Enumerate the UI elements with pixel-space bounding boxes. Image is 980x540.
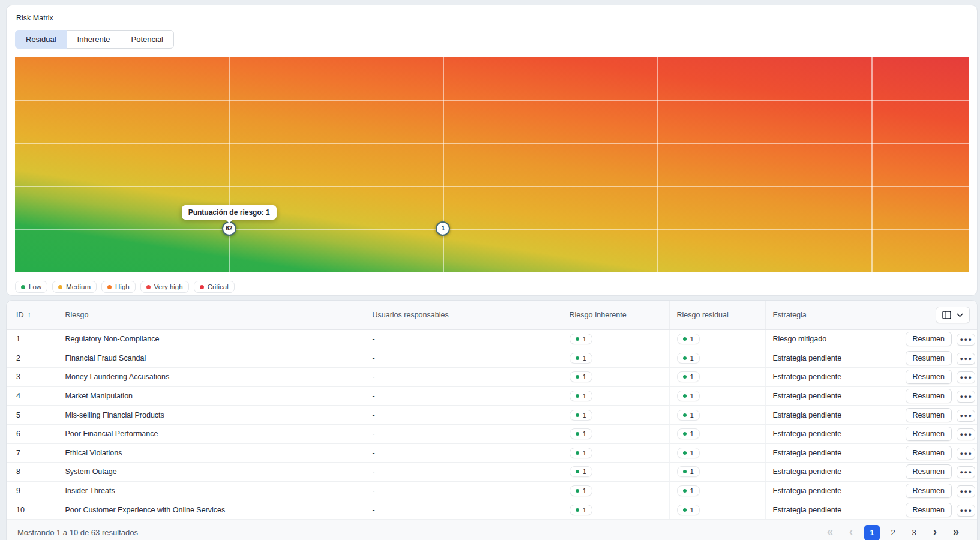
cell-inherente: 1 (562, 463, 669, 482)
green-dot-icon (683, 432, 687, 436)
cell-estrategia: Estrategia pendiente (765, 368, 898, 387)
page: Risk Matrix Residual Inherente Potencial… (0, 0, 980, 540)
cell-riesgo: Money Laundering Accusations (58, 368, 365, 387)
row-menu-button[interactable]: ●●● (957, 505, 975, 517)
risk-score-tooltip: Puntuación de riesgo: 1 (182, 205, 277, 220)
cell-riesgo: Regulatory Non-Compliance (58, 330, 365, 349)
cell-actions: Resumen ●●● (898, 349, 977, 368)
row-menu-button[interactable]: ●●● (957, 428, 975, 440)
cell-id: 5 (7, 406, 58, 425)
table-row[interactable]: 9 Insider Threats - 1 1 Estrategia pendi… (7, 481, 977, 500)
risk-matrix-card: Risk Matrix Residual Inherente Potencial… (6, 5, 978, 296)
cell-riesgo: Poor Financial Performance (58, 424, 365, 443)
green-dot-icon (683, 451, 687, 455)
cell-residual: 1 (669, 349, 765, 368)
inherente-badge: 1 (570, 391, 592, 401)
page-button-2[interactable]: 2 (885, 525, 901, 540)
green-dot-icon (576, 508, 579, 512)
resumen-button[interactable]: Resumen (906, 464, 952, 479)
table-row[interactable]: 4 Market Manipulation - 1 1 Estrategia p… (7, 386, 977, 406)
inherente-badge: 1 (570, 428, 592, 439)
resumen-button[interactable]: Resumen (906, 503, 952, 517)
row-menu-button[interactable]: ●●● (957, 448, 975, 460)
risk-matrix[interactable]: Puntuación de riesgo: 1 62 1 (15, 57, 969, 272)
table-row[interactable]: 5 Mis-selling Financial Products - 1 1 E… (7, 406, 977, 425)
legend-item: Medium (52, 281, 97, 293)
matrix-marker[interactable]: 62 (222, 221, 236, 236)
resumen-button[interactable]: Resumen (906, 370, 952, 384)
green-dot-icon (683, 489, 687, 493)
table-row[interactable]: 10 Poor Customer Experience with Online … (7, 500, 977, 520)
legend-dot-icon (107, 285, 112, 289)
resumen-button[interactable]: Resumen (906, 484, 952, 498)
residual-badge: 1 (677, 485, 700, 496)
sort-asc-icon[interactable]: ↑ (28, 311, 31, 319)
row-menu-button[interactable]: ●●● (957, 371, 975, 383)
first-page-button[interactable]: « (822, 525, 838, 540)
cell-estrategia: Estrategia pendiente (765, 481, 898, 500)
legend-label: High (115, 283, 130, 290)
tab-residual[interactable]: Residual (15, 30, 67, 49)
page-button-1[interactable]: 1 (864, 525, 880, 540)
table-row[interactable]: 7 Ethical Violations - 1 1 Estrategia pe… (7, 443, 977, 463)
prev-page-button[interactable]: ‹ (843, 525, 859, 540)
cell-usuarios: - (365, 481, 562, 500)
legend-item: Critical (194, 281, 235, 293)
page-title: Risk Matrix (15, 14, 969, 22)
resumen-button[interactable]: Resumen (906, 389, 952, 403)
cell-riesgo: System Outage (58, 463, 365, 482)
row-menu-button[interactable]: ●●● (957, 334, 975, 346)
chevron-down-icon (957, 313, 963, 317)
column-header-residual[interactable]: Riesgo residual (669, 301, 765, 330)
legend-label: Critical (208, 283, 229, 290)
cell-estrategia: Estrategia pendiente (765, 406, 898, 425)
legend-item: High (101, 281, 136, 293)
green-dot-icon (683, 375, 687, 379)
green-dot-icon (576, 356, 579, 360)
row-menu-button[interactable]: ●●● (957, 353, 975, 365)
table-row[interactable]: 1 Regulatory Non-Compliance - 1 1 Riesgo… (7, 330, 977, 349)
resumen-button[interactable]: Resumen (906, 351, 952, 365)
green-dot-icon (576, 413, 579, 417)
resumen-button[interactable]: Resumen (906, 427, 952, 441)
cell-residual: 1 (669, 330, 765, 349)
cell-residual: 1 (669, 481, 765, 500)
last-page-button[interactable]: » (948, 525, 964, 540)
cell-usuarios: - (365, 463, 562, 482)
table-row[interactable]: 2 Financial Fraud Scandal - 1 1 Estrateg… (7, 349, 977, 368)
column-header-riesgo[interactable]: Riesgo (58, 301, 365, 330)
resumen-button[interactable]: Resumen (906, 446, 952, 460)
row-menu-button[interactable]: ●●● (957, 485, 975, 497)
column-header-id[interactable]: ID↑ (7, 301, 58, 330)
column-header-inherente[interactable]: Riesgo Inherente (562, 301, 669, 330)
row-menu-button[interactable]: ●●● (957, 466, 975, 478)
tab-inherente[interactable]: Inherente (67, 30, 121, 49)
resumen-button[interactable]: Resumen (906, 332, 952, 346)
column-picker-button[interactable] (936, 307, 970, 323)
cell-riesgo: Mis-selling Financial Products (58, 406, 365, 425)
cell-estrategia: Estrategia pendiente (765, 386, 898, 406)
row-menu-button[interactable]: ●●● (957, 410, 975, 422)
table-row[interactable]: 6 Poor Financial Performance - 1 1 Estra… (7, 424, 977, 443)
page-button-3[interactable]: 3 (906, 525, 922, 540)
cell-usuarios: - (365, 443, 562, 463)
row-menu-button[interactable]: ●●● (957, 391, 975, 403)
cell-usuarios: - (365, 386, 562, 406)
tab-potencial[interactable]: Potencial (121, 30, 174, 49)
resumen-button[interactable]: Resumen (906, 408, 952, 422)
cell-id: 6 (7, 424, 58, 443)
table-row[interactable]: 8 System Outage - 1 1 Estrategia pendien… (7, 463, 977, 482)
column-header-estrategia[interactable]: Estrategia (765, 301, 898, 330)
column-header-usuarios[interactable]: Usuarios responsables (365, 301, 562, 330)
inherente-badge: 1 (570, 485, 592, 496)
matrix-marker[interactable]: 1 (436, 221, 450, 236)
legend-label: Medium (66, 283, 91, 290)
cell-actions: Resumen ●●● (898, 463, 977, 482)
inherente-badge: 1 (570, 410, 592, 421)
next-page-button[interactable]: › (927, 525, 943, 540)
cell-id: 3 (7, 368, 58, 387)
cell-id: 10 (7, 500, 58, 520)
cell-id: 7 (7, 443, 58, 463)
table-row[interactable]: 3 Money Laundering Accusations - 1 1 Est… (7, 368, 977, 387)
inherente-badge: 1 (570, 371, 592, 382)
